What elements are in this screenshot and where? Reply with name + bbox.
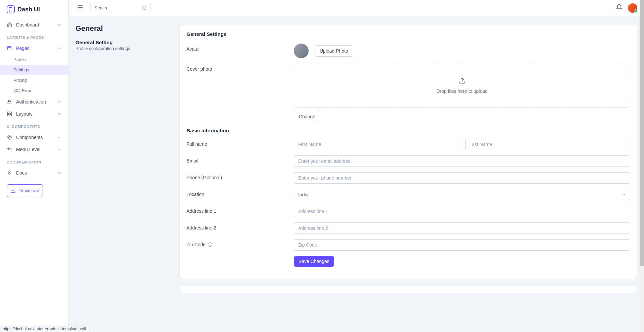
cover-photo-label: Cover photo xyxy=(186,66,287,72)
svg-rect-8 xyxy=(8,138,10,140)
nav-label: Components xyxy=(16,135,43,140)
nav-item-dashboard[interactable]: Dashboard xyxy=(0,19,68,31)
svg-rect-4 xyxy=(10,112,11,114)
nav-section-docs: DOCUMENTATION xyxy=(0,155,68,167)
email-input[interactable] xyxy=(294,155,630,167)
nav-label: Layouts xyxy=(16,111,33,117)
nav-sub-404[interactable]: 404 Error xyxy=(0,85,68,96)
addr1-label: Address line 1 xyxy=(186,208,287,214)
addr1-input[interactable] xyxy=(294,206,630,217)
zip-input[interactable] xyxy=(294,239,630,251)
email-label: Email xyxy=(186,158,287,163)
general-settings-card: General Settings Avatar Upload Photo Cov… xyxy=(179,24,637,279)
pages-icon xyxy=(7,46,12,51)
svg-rect-5 xyxy=(10,114,11,116)
home-icon xyxy=(7,22,12,27)
svg-rect-0 xyxy=(8,47,11,50)
menu-toggle[interactable] xyxy=(75,3,85,13)
nav-item-menu-level[interactable]: Menu Level xyxy=(0,143,68,155)
nav-label: Dashboard xyxy=(16,22,39,27)
svg-point-15 xyxy=(143,6,146,10)
nav-label: Docs xyxy=(16,170,27,176)
card-title: General Settings xyxy=(186,31,630,37)
corner-icon xyxy=(7,147,12,152)
nav-section-layouts: LAYOUTS & PAGES xyxy=(0,31,68,42)
brand-logo-icon xyxy=(7,5,15,13)
nav-item-docs[interactable]: Docs xyxy=(0,167,68,179)
nav-sub-pricing[interactable]: Pricing xyxy=(0,75,68,85)
scrollbar[interactable] xyxy=(640,0,644,332)
search-box xyxy=(90,3,151,13)
nav-item-authentication[interactable]: Authentication xyxy=(0,96,68,108)
dropzone-text: Drop files here to upload xyxy=(308,88,616,94)
chevron-down-double-icon xyxy=(7,170,12,176)
save-button[interactable]: Save Changes xyxy=(294,256,334,267)
first-name-input[interactable] xyxy=(294,139,459,150)
brand-logo[interactable]: Dash UI xyxy=(0,0,68,19)
lock-icon xyxy=(7,99,12,105)
nav-sub-settings[interactable]: Settings xyxy=(0,65,68,75)
chevron-down-icon xyxy=(57,135,62,140)
next-card-peek xyxy=(179,286,637,293)
chevron-up-icon xyxy=(57,46,62,51)
svg-rect-10 xyxy=(10,136,12,138)
nav-label: Menu Level xyxy=(16,147,40,152)
upload-photo-button[interactable]: Upload Photo xyxy=(315,45,353,57)
nav-sub-profile[interactable]: Profile xyxy=(0,54,68,65)
menu-icon xyxy=(77,4,84,11)
components-icon xyxy=(7,135,12,140)
download-icon xyxy=(10,188,16,193)
phone-label: Phone (Optional) xyxy=(186,175,287,180)
chevron-down-icon xyxy=(57,147,62,152)
zip-label: Zip Code xyxy=(186,242,287,247)
upload-icon xyxy=(459,77,466,84)
bell-icon xyxy=(616,4,623,11)
page-title: General xyxy=(75,24,173,33)
page-side: General General Setting Profile configur… xyxy=(69,16,179,332)
nav-item-layouts[interactable]: Layouts xyxy=(0,108,68,120)
grid-icon xyxy=(7,111,12,117)
cover-dropzone[interactable]: Drop files here to upload xyxy=(294,64,630,108)
search-icon xyxy=(142,5,147,11)
avatar-label: Avatar xyxy=(186,46,287,52)
download-label: Download xyxy=(18,188,39,193)
status-bar-link: https://dashui-nuxt-starter-admin-templa… xyxy=(0,326,92,332)
download-button[interactable]: Download xyxy=(7,184,43,197)
side-section-title: General Setting xyxy=(75,40,173,45)
svg-rect-6 xyxy=(7,114,9,116)
topbar xyxy=(69,0,644,16)
chevron-down-icon xyxy=(57,99,62,104)
sidebar: Dash UI Dashboard LAYOUTS & PAGES Pages … xyxy=(0,0,69,332)
search-input[interactable] xyxy=(90,3,151,13)
last-name-input[interactable] xyxy=(465,139,631,150)
side-section-sub: Profile configuration settings xyxy=(75,46,173,51)
svg-line-16 xyxy=(146,9,147,10)
chevron-down-icon xyxy=(57,171,62,175)
brand-name: Dash UI xyxy=(17,6,40,13)
location-label: Location xyxy=(186,192,287,197)
info-icon xyxy=(208,242,212,247)
svg-rect-9 xyxy=(7,136,9,138)
addr2-input[interactable] xyxy=(294,222,630,234)
nav-item-pages[interactable]: Pages xyxy=(0,42,68,54)
user-avatar[interactable] xyxy=(628,3,637,13)
phone-input[interactable] xyxy=(294,172,630,184)
svg-rect-7 xyxy=(8,135,10,137)
nav-label: Authentication xyxy=(16,99,46,105)
location-select[interactable]: India xyxy=(294,189,630,200)
notifications-button[interactable] xyxy=(616,4,623,12)
nav-item-components[interactable]: Components xyxy=(0,131,68,143)
svg-rect-2 xyxy=(8,102,11,104)
full-name-label: Full name xyxy=(186,141,287,147)
basic-info-title: Basic information xyxy=(186,128,630,133)
scrollbar-thumb[interactable] xyxy=(640,0,644,266)
chevron-down-icon xyxy=(57,22,62,27)
nav-label: Pages xyxy=(16,46,30,51)
chevron-down-icon xyxy=(57,112,62,116)
svg-rect-3 xyxy=(7,112,9,114)
avatar-preview xyxy=(294,44,309,58)
change-button[interactable]: Change xyxy=(294,111,320,122)
addr2-label: Address line 2 xyxy=(186,225,287,230)
nav-section-ui: UI COMPONENTS xyxy=(0,120,68,131)
